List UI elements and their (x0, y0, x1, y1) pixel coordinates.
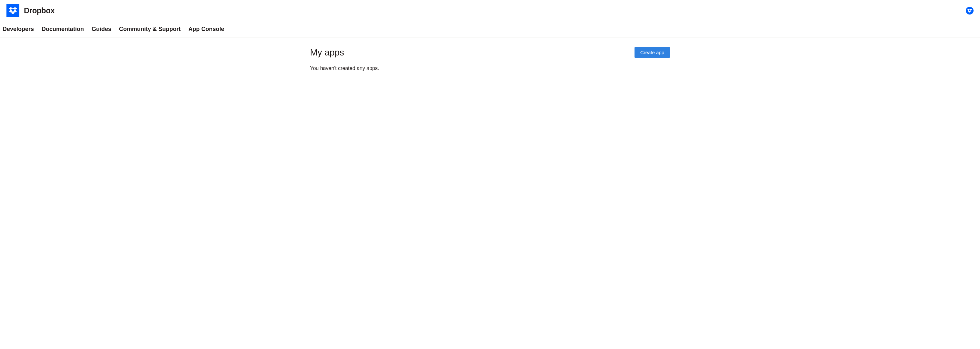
create-app-button[interactable]: Create app (635, 47, 670, 58)
header-right (966, 7, 974, 14)
dropbox-glyph-icon (9, 7, 17, 14)
brand-logo[interactable] (6, 4, 19, 17)
nav-item-guides[interactable]: Guides (92, 26, 111, 33)
title-row: My apps Create app (310, 47, 670, 58)
nav-item-developers[interactable]: Developers (3, 26, 34, 33)
brand-wordmark[interactable]: Dropbox (24, 6, 54, 15)
page-title: My apps (310, 48, 344, 58)
global-header: Dropbox (0, 0, 980, 21)
dropbox-mini-icon (967, 9, 972, 13)
empty-state-text: You haven't created any apps. (310, 65, 670, 71)
account-menu-button[interactable] (966, 7, 974, 14)
nav-item-app-console[interactable]: App Console (188, 26, 224, 33)
header-left: Dropbox (6, 4, 54, 17)
main-nav: Developers Documentation Guides Communit… (0, 21, 980, 37)
nav-item-documentation[interactable]: Documentation (41, 26, 84, 33)
main-content: My apps Create app You haven't created a… (310, 37, 670, 71)
nav-item-community-support[interactable]: Community & Support (119, 26, 181, 33)
